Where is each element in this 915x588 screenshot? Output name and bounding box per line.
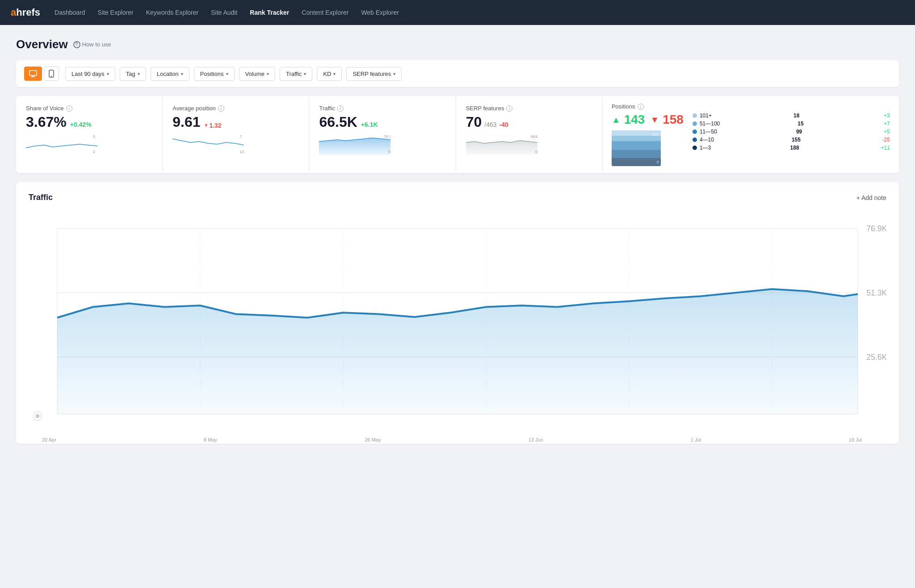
pos-range-11-50: 11—50: [700, 129, 717, 135]
sov-value: 3.67%: [26, 114, 67, 130]
volume-filter[interactable]: Volume ▾: [239, 67, 275, 81]
nav-dashboard[interactable]: Dashboard: [55, 9, 85, 16]
x-label-may26: 26 May: [365, 437, 381, 442]
last-90-days-filter[interactable]: Last 90 days ▾: [65, 67, 115, 81]
chart-container: 76.9K 51.3K 25.6K ⚙ 20 Apr 8 May 26 May …: [29, 209, 886, 433]
logo-brand: a: [11, 7, 16, 18]
pos-legend-1-3: 1—3 188 +11: [693, 145, 890, 151]
x-label-jun13: 13 Jun: [529, 437, 543, 442]
pos-count-51-100: 15: [791, 121, 804, 127]
pos-dot-101plus: [693, 113, 697, 118]
positions-card: Positions i ▲ 143 ▼ 158: [603, 96, 899, 173]
logo[interactable]: ahrefs: [11, 7, 40, 18]
pos-delta-1-3: +11: [877, 145, 890, 151]
svg-text:51.3K: 51.3K: [866, 288, 886, 297]
nav-web-explorer[interactable]: Web Explorer: [361, 9, 399, 16]
avg-pos-label: Average position i: [172, 105, 299, 112]
chevron-icon: ▾: [226, 71, 228, 76]
location-filter[interactable]: Location ▾: [151, 67, 189, 81]
traffic-info-icon[interactable]: i: [337, 105, 344, 112]
pos-count-101plus: 18: [787, 113, 799, 119]
serp-features-label: SERP features: [353, 71, 391, 77]
add-note-btn[interactable]: + Add note: [856, 194, 886, 201]
avg-pos-info-icon[interactable]: i: [218, 105, 224, 112]
svg-rect-19: [612, 150, 661, 158]
traffic-main-chart-svg: 76.9K 51.3K 25.6K: [29, 209, 886, 433]
serp-info-icon[interactable]: i: [506, 105, 512, 112]
pos-range-101plus: 101+: [700, 113, 712, 119]
positions-legend: 101+ 18 +3 51—100 15 +7: [693, 113, 890, 153]
avg-pos-value: 9.61: [172, 114, 200, 130]
svg-rect-18: [612, 141, 661, 150]
pos-delta-11-50: +5: [877, 129, 890, 135]
pos-delta-101plus: +3: [877, 113, 890, 119]
x-label-may8: 8 May: [204, 437, 217, 442]
sov-info-icon[interactable]: i: [66, 105, 72, 112]
pos-legend-4-10: 4—10 155 -25: [693, 137, 890, 143]
traffic-section: Traffic + Add note: [16, 182, 899, 444]
serp-label-text: SERP features i: [466, 105, 592, 112]
nav-content-explorer[interactable]: Content Explorer: [302, 9, 348, 16]
traffic-chart-header: Traffic + Add note: [29, 193, 886, 202]
traffic-value: 66.5K: [319, 114, 357, 130]
metrics-row: Share of Voice i 3.67% +0.42% 5 2 Averag…: [16, 96, 899, 173]
svg-text:0: 0: [388, 150, 390, 154]
device-desktop-btn[interactable]: [24, 67, 42, 81]
serp-value: 70: [466, 114, 482, 130]
chevron-icon: ▾: [304, 71, 306, 76]
how-to-use-link[interactable]: ? How to use: [73, 41, 111, 48]
pos-count-4-10: 155: [788, 137, 801, 143]
pos-legend-101plus: 101+ 18 +3: [693, 113, 890, 119]
pos-delta-51-100: +7: [877, 121, 890, 127]
avg-position-card: Average position i 9.61 ▼ 1.32 7 12: [163, 96, 309, 173]
positions-up-arrow: ▲: [612, 115, 621, 125]
last-90-days-label: Last 90 days: [71, 71, 105, 77]
nav-site-audit[interactable]: Site Audit: [211, 9, 237, 16]
nav-rank-tracker[interactable]: Rank Tracker: [250, 9, 289, 16]
svg-text:2: 2: [93, 150, 95, 154]
svg-text:684: 684: [531, 134, 537, 139]
positions-info-icon[interactable]: i: [638, 104, 644, 110]
traffic-chart-title: Traffic: [29, 193, 53, 202]
chevron-icon: ▾: [333, 71, 336, 76]
nav-site-explorer[interactable]: Site Explorer: [98, 9, 134, 16]
sov-mini-chart: 5 2: [26, 133, 152, 155]
svg-text:76.9K: 76.9K: [866, 224, 886, 233]
tag-filter[interactable]: Tag ▾: [120, 67, 146, 81]
serp-chart-svg: 684 0: [466, 133, 537, 155]
kd-filter[interactable]: KD ▾: [317, 67, 342, 81]
how-to-use-label: How to use: [82, 41, 111, 48]
nav-links: Dashboard Site Explorer Keywords Explore…: [55, 9, 399, 16]
positions-label-text: Positions i: [612, 103, 890, 110]
svg-rect-0: [29, 71, 37, 75]
volume-label: Volume: [245, 71, 264, 77]
serp-features-filter[interactable]: SERP features ▾: [346, 67, 402, 81]
serp-sub: /463: [484, 121, 496, 128]
svg-rect-20: [612, 158, 661, 166]
sov-delta: +0.42%: [70, 121, 92, 128]
svg-text:76.9K: 76.9K: [384, 134, 390, 139]
pos-range-4-10: 4—10: [700, 137, 714, 143]
pos-delta-4-10: -25: [877, 137, 890, 143]
positions-label: Positions: [200, 71, 224, 77]
device-mobile-btn[interactable]: [44, 67, 59, 81]
add-note-label: + Add note: [856, 194, 886, 201]
svg-text:0: 0: [535, 150, 537, 154]
location-label: Location: [157, 71, 179, 77]
chevron-icon: ▾: [393, 71, 395, 76]
pos-dot-1-3: [693, 146, 697, 150]
logo-suffix: hrefs: [16, 7, 40, 18]
pos-count-11-50: 99: [789, 129, 802, 135]
page-content: Overview ? How to use: [0, 25, 915, 456]
nav-keywords-explorer[interactable]: Keywords Explorer: [146, 9, 199, 16]
chart-settings-icon[interactable]: ⚙: [33, 412, 42, 421]
positions-filter[interactable]: Positions ▾: [194, 67, 235, 81]
sov-chart-svg: 5 2: [26, 133, 97, 155]
pos-legend-11-50: 11—50 99 +5: [693, 129, 890, 135]
mobile-icon: [49, 70, 54, 78]
positions-stacked-chart: 522 0: [612, 130, 661, 166]
device-toggle: [24, 67, 59, 81]
pos-range-51-100: 51—100: [700, 121, 720, 127]
traffic-filter[interactable]: Traffic ▾: [280, 67, 312, 81]
svg-text:5: 5: [93, 134, 95, 139]
